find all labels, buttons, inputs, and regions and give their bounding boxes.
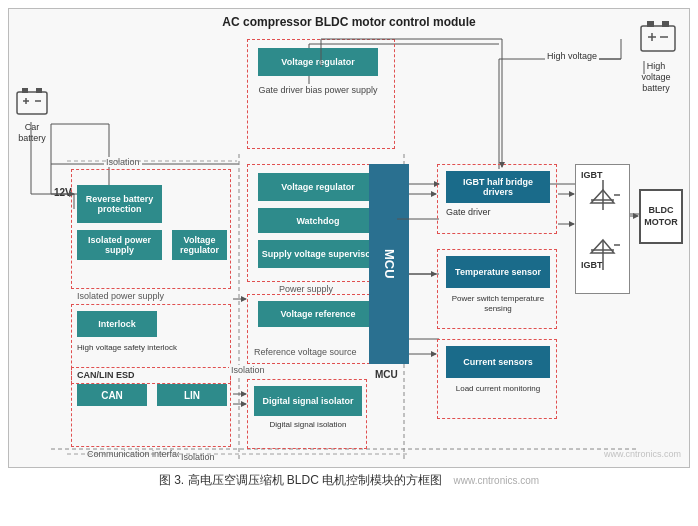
main-container: AC compressor BLDC motor control module bbox=[0, 0, 698, 526]
voltage-reg-inner: Voltage regulator bbox=[172, 230, 227, 260]
svg-rect-27 bbox=[641, 26, 675, 51]
power-switch-temp-label: Power switch temperature sensing bbox=[442, 294, 554, 313]
power-supply-label: Power supply bbox=[279, 284, 333, 294]
supply-voltage-box: Supply voltage supervisor bbox=[258, 240, 378, 268]
can-lin-esd-label: CAN/LIN ESD bbox=[77, 370, 135, 380]
car-battery-label: Car battery bbox=[13, 122, 51, 144]
car-battery-icon bbox=[13, 84, 51, 122]
isolated-power-label: Isolated power supply bbox=[77, 291, 164, 301]
isolated-power-box: Isolated power supply bbox=[77, 230, 162, 260]
current-sensor-box: Current sensors bbox=[446, 346, 550, 378]
hv-battery-label: High voltage battery bbox=[631, 61, 681, 93]
gate-driver-label: Gate driver bbox=[446, 207, 491, 217]
svg-rect-29 bbox=[662, 21, 669, 27]
svg-rect-23 bbox=[36, 88, 42, 93]
lin-box: LIN bbox=[157, 384, 227, 406]
digital-signal-box: Digital signal isolator bbox=[254, 386, 362, 416]
caption: 图 3. 高电压空调压缩机 BLDC 电机控制模块的方框图 www.cntron… bbox=[8, 472, 690, 489]
bldc-motor-box: BLDC MOTOR bbox=[639, 189, 683, 244]
voltage-reg-top: Voltage regulator bbox=[258, 48, 378, 76]
watermark-caption: www.cntronics.com bbox=[454, 475, 540, 486]
reverse-battery-box: Reverse battery protection bbox=[77, 185, 162, 223]
igbt-top-label: IGBT bbox=[581, 170, 603, 180]
voltage-reg-2: Voltage regulator bbox=[258, 173, 378, 201]
temp-sensor-dashed: Temperature sensor Power switch temperat… bbox=[437, 249, 557, 329]
isolated-power-supply-box: Reverse battery protection Isolated powe… bbox=[71, 169, 231, 289]
current-sensor-dashed: Current sensors Load current monitoring bbox=[437, 339, 557, 419]
svg-rect-21 bbox=[17, 92, 47, 114]
diagram-area: AC compressor BLDC motor control module bbox=[8, 8, 690, 468]
12v-label: 12V bbox=[54, 187, 72, 198]
watermark: www.cntronics.com bbox=[604, 449, 681, 459]
isolation-label-1: Isolation bbox=[104, 157, 142, 167]
gate-driver-bias-label: Gate driver bias power supply bbox=[258, 85, 378, 97]
hv-battery-icon bbox=[637, 17, 679, 59]
isolation-label-mid: Isolation bbox=[229, 365, 267, 375]
gate-driver-bias-dashed: Voltage regulator Gate driver bias power… bbox=[247, 39, 395, 149]
can-lin-dashed: CAN/LIN ESD CAN LIN bbox=[71, 367, 231, 447]
comm-interface-label: Communication interface bbox=[87, 449, 187, 459]
diagram-title: AC compressor BLDC motor control module bbox=[222, 15, 475, 29]
digital-signal-dashed: Digital signal isolator Digital signal i… bbox=[247, 379, 367, 449]
igbt-bottom-label: IGBT bbox=[581, 260, 603, 270]
ref-voltage-label: Reference voltage source bbox=[254, 347, 357, 357]
svg-rect-28 bbox=[647, 21, 654, 27]
bldc-motor-label: BLDC MOTOR bbox=[641, 205, 681, 228]
igbt-symbol-area: IGBT IGBT bbox=[575, 164, 630, 294]
high-voltage-line-label: High voltage bbox=[545, 51, 599, 61]
mcu-block: MCU bbox=[369, 164, 409, 364]
svg-rect-22 bbox=[22, 88, 28, 93]
can-box: CAN bbox=[77, 384, 147, 406]
isolation-label-bottom: Isolation bbox=[179, 452, 217, 462]
igbt-half-bridge-box: IGBT half bridge drivers bbox=[446, 171, 550, 203]
igbt-drivers-dashed: IGBT half bridge drivers Gate driver bbox=[437, 164, 557, 234]
digital-signal-label: Digital signal isolation bbox=[254, 420, 362, 430]
hv-safety-label: High voltage safety interlock bbox=[77, 343, 177, 353]
load-current-label: Load current monitoring bbox=[442, 384, 554, 394]
interlock-box: Interlock bbox=[77, 311, 157, 337]
voltage-ref-box: Voltage reference bbox=[258, 301, 378, 327]
temp-sensor-box: Temperature sensor bbox=[446, 256, 550, 288]
mcu-bottom-label: MCU bbox=[375, 369, 398, 380]
watchdog-box: Watchdog bbox=[258, 208, 378, 233]
